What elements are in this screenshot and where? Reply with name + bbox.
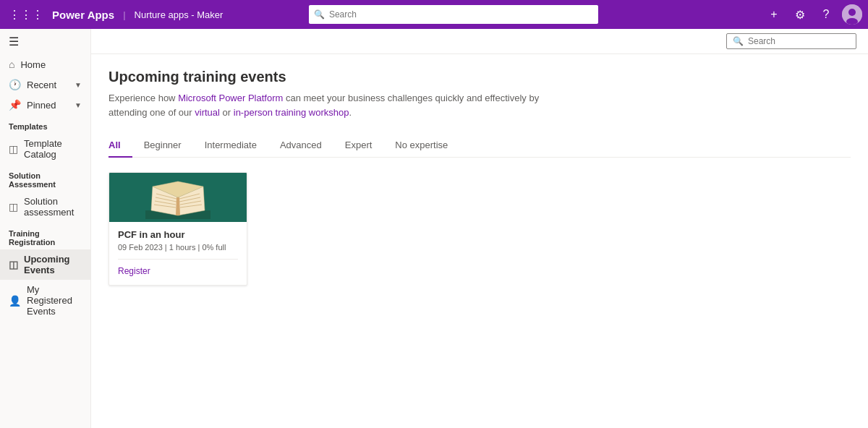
sidebar-item-upcoming-events[interactable]: ◫ Upcoming Events: [0, 249, 90, 280]
person-icon: 👤: [9, 295, 21, 307]
sidebar-item-template-catalog-label: Template Catalog: [24, 138, 82, 160]
content-area: 🔍 Upcoming training events Experience ho…: [91, 29, 868, 428]
tab-no-expertise[interactable]: No expertise: [383, 134, 459, 158]
event-card-body: PCF in an hour 09 Feb 2023 | 1 hours | 0…: [109, 222, 247, 285]
sidebar-item-pinned[interactable]: 📌 Pinned ▼: [0, 95, 90, 115]
grid-icon[interactable]: ⋮⋮⋮: [6, 5, 46, 25]
top-nav-actions: + ⚙ ?: [764, 4, 862, 25]
secondary-search-input[interactable]: [748, 36, 850, 46]
top-search-input[interactable]: [309, 5, 598, 24]
virtual-link[interactable]: virtual: [195, 107, 220, 118]
template-catalog-icon: ◫: [9, 143, 18, 155]
power-platform-link[interactable]: Microsoft Power Platform: [178, 93, 283, 103]
nav-divider: |: [123, 9, 125, 20]
templates-section-header: Templates: [0, 115, 90, 134]
event-card: PCF in an hour 09 Feb 2023 | 1 hours | 0…: [109, 172, 247, 286]
page-description: Experience how Microsoft Power Platform …: [109, 91, 557, 119]
sidebar-item-pinned-label: Pinned: [27, 100, 69, 111]
event-card-image: [109, 173, 247, 222]
app-name: Nurture apps - Maker: [135, 9, 224, 20]
solution-assessment-section-header: Solution Assessment: [0, 164, 90, 192]
page-content: Upcoming training events Experience how …: [91, 54, 868, 428]
svg-point-1: [848, 9, 856, 16]
solution-assessment-icon: ◫: [9, 201, 18, 213]
events-grid: PCF in an hour 09 Feb 2023 | 1 hours | 0…: [109, 172, 851, 286]
secondary-search-icon: 🔍: [733, 36, 744, 46]
home-icon: ⌂: [9, 59, 14, 70]
sidebar-item-recent-label: Recent: [27, 80, 69, 90]
sidebar-item-home[interactable]: ⌂ Home: [0, 54, 90, 74]
svg-marker-14: [176, 197, 180, 215]
in-person-link[interactable]: in-person training workshop: [234, 107, 349, 118]
tab-beginner[interactable]: Beginner: [132, 134, 193, 158]
upcoming-events-icon: ◫: [9, 259, 18, 270]
tab-advanced[interactable]: Advanced: [268, 134, 333, 158]
top-search-box: 🔍: [309, 5, 598, 24]
top-nav: ⋮⋮⋮ Power Apps | Nurture apps - Maker 🔍 …: [0, 0, 868, 29]
book-illustration: [109, 173, 247, 222]
training-registration-section-header: Training Registration: [0, 222, 90, 249]
pin-icon: 📌: [9, 99, 21, 111]
chevron-down-icon-pinned: ▼: [75, 101, 82, 109]
settings-button[interactable]: ⚙: [790, 4, 810, 25]
secondary-search-box: 🔍: [726, 33, 856, 49]
user-avatar[interactable]: [842, 4, 862, 25]
tab-all[interactable]: All: [109, 134, 132, 158]
sidebar-item-home-label: Home: [20, 59, 82, 70]
brand-name: Power Apps: [52, 9, 114, 21]
tab-intermediate[interactable]: Intermediate: [193, 134, 268, 158]
secondary-toolbar: 🔍: [91, 29, 868, 54]
sidebar: ☰ ⌂ Home 🕐 Recent ▼ 📌 Pinned ▼ Templates…: [0, 29, 91, 428]
main-layout: ☰ ⌂ Home 🕐 Recent ▼ 📌 Pinned ▼ Templates…: [0, 29, 868, 428]
add-button[interactable]: +: [764, 4, 784, 25]
sidebar-toggle[interactable]: ☰: [0, 29, 90, 54]
top-search-icon: 🔍: [314, 9, 325, 20]
tab-expert[interactable]: Expert: [333, 134, 384, 158]
event-card-divider: [118, 259, 238, 260]
event-card-meta: 09 Feb 2023 | 1 hours | 0% full: [118, 243, 238, 252]
sidebar-item-template-catalog[interactable]: ◫ Template Catalog: [0, 134, 90, 164]
sidebar-item-solution-assessment-label: Solution assessment: [24, 196, 82, 218]
help-button[interactable]: ?: [816, 4, 836, 25]
page-title: Upcoming training events: [109, 69, 851, 85]
sidebar-item-my-registered-events-label: My Registered Events: [27, 284, 82, 317]
clock-icon: 🕐: [9, 79, 21, 90]
event-card-title: PCF in an hour: [118, 229, 238, 240]
chevron-down-icon: ▼: [75, 81, 82, 89]
filter-tabs: All Beginner Intermediate Advanced Exper…: [109, 134, 851, 158]
sidebar-item-my-registered-events[interactable]: 👤 My Registered Events: [0, 280, 90, 321]
sidebar-item-solution-assessment[interactable]: ◫ Solution assessment: [0, 192, 90, 222]
register-link[interactable]: Register: [118, 266, 150, 276]
sidebar-item-recent[interactable]: 🕐 Recent ▼: [0, 74, 90, 95]
sidebar-item-upcoming-events-label: Upcoming Events: [24, 254, 82, 275]
